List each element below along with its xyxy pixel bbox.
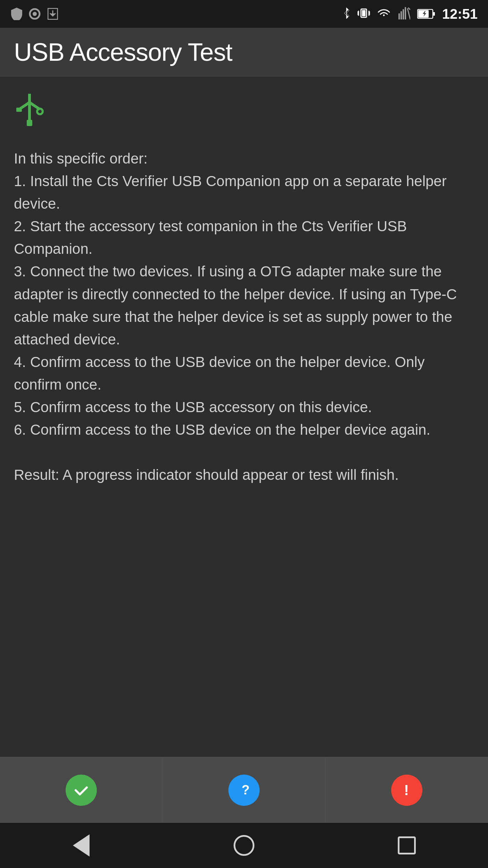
- instruction-line-4: 4. Confirm access to the USB device on t…: [14, 354, 425, 393]
- svg-rect-16: [16, 108, 22, 112]
- svg-point-18: [37, 109, 43, 114]
- battery-icon: [417, 9, 435, 19]
- recents-button[interactable]: [393, 832, 421, 859]
- back-icon: [73, 834, 90, 857]
- page-title: USB Accessory Test: [14, 38, 232, 66]
- status-right-icons: 12:51: [342, 6, 478, 22]
- instruction-line-6: 6. Confirm access to the USB device on t…: [14, 422, 430, 438]
- record-icon: [28, 8, 41, 20]
- bluetooth-icon: [342, 7, 351, 21]
- svg-text:!: !: [404, 782, 409, 798]
- app-bar: USB Accessory Test: [0, 28, 488, 76]
- main-content: In this specific order: 1. Install the C…: [0, 76, 488, 757]
- instruction-line-3: 3. Connect the two devices. If using a O…: [14, 263, 457, 347]
- back-button[interactable]: [67, 832, 95, 859]
- vibrate-icon: [357, 7, 370, 21]
- svg-point-1: [33, 12, 37, 16]
- pass-icon: [66, 775, 97, 806]
- no-signal-icon: [398, 7, 410, 21]
- instruction-line-intro: In this specific order:: [14, 150, 148, 167]
- fail-button[interactable]: !: [326, 757, 488, 823]
- bottom-action-bar: ? !: [0, 757, 488, 823]
- status-left-icons: [10, 8, 59, 20]
- recents-icon: [398, 836, 416, 854]
- svg-rect-19: [27, 120, 32, 126]
- instruction-line-2: 2. Start the accessory test companion in…: [14, 218, 407, 257]
- instruction-line-5: 5. Confirm access to the USB accessory o…: [14, 399, 372, 415]
- instructions-text: In this specific order: 1. Install the C…: [14, 147, 474, 486]
- home-icon: [234, 835, 254, 856]
- svg-rect-4: [362, 10, 365, 16]
- usb-icon: [14, 94, 474, 133]
- pass-button[interactable]: [0, 757, 163, 823]
- home-button[interactable]: [230, 832, 258, 859]
- instruction-line-1: 1. Install the Cts Verifier USB Companio…: [14, 173, 447, 212]
- status-time: 12:51: [442, 6, 478, 22]
- status-bar: 12:51: [0, 0, 488, 28]
- fail-icon: !: [391, 775, 422, 806]
- result-text: Result: A progress indicator should appe…: [14, 467, 399, 483]
- svg-line-10: [408, 8, 410, 10]
- nav-bar: [0, 823, 488, 868]
- svg-rect-13: [433, 12, 435, 16]
- svg-text:?: ?: [242, 783, 250, 797]
- info-button[interactable]: ?: [163, 757, 326, 823]
- download-icon: [47, 8, 59, 20]
- shield-icon: [10, 8, 23, 20]
- wifi-icon: [377, 8, 391, 20]
- info-icon: ?: [228, 775, 260, 806]
